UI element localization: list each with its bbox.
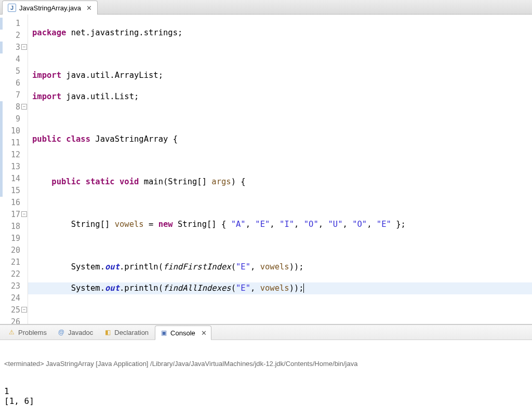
console-output[interactable]: 1 [1, 6] xyxy=(4,386,528,406)
close-icon[interactable]: ✕ xyxy=(198,329,207,337)
fold-toggle-icon[interactable]: − xyxy=(21,44,27,50)
tab-javadoc[interactable]: @ Javadoc xyxy=(53,327,97,338)
line-number-gutter[interactable]: 1 2 3− 4 5 6 7 8− 9 10 11 12 13 14 15 16… xyxy=(0,15,28,324)
fold-toggle-icon[interactable]: − xyxy=(21,307,27,313)
line-number: 14 xyxy=(0,173,28,185)
declaration-icon: ◧ xyxy=(103,328,112,336)
line-number: 5 xyxy=(0,65,28,77)
line-number: 24 xyxy=(0,292,28,304)
tab-problems[interactable]: ⚠ Problems xyxy=(3,327,51,338)
line-number: 23 xyxy=(0,280,28,292)
line-number: 25− xyxy=(0,304,28,316)
line-number: 18 xyxy=(0,221,28,233)
console-icon: ▣ xyxy=(159,329,168,337)
line-number: 3− xyxy=(0,42,28,53)
line-number: 11 xyxy=(0,137,28,149)
line-number: 21 xyxy=(0,256,28,268)
java-file-icon: J xyxy=(8,4,16,12)
bottom-views-bar: ⚠ Problems @ Javadoc ◧ Declaration ▣ Con… xyxy=(0,324,532,340)
tab-declaration[interactable]: ◧ Declaration xyxy=(99,327,153,338)
line-number: 8− xyxy=(0,101,28,113)
line-number: 16 xyxy=(0,197,28,209)
line-number: 12 xyxy=(0,149,28,161)
line-number: 13 xyxy=(0,161,28,173)
line-number: 1 xyxy=(0,18,28,30)
line-number: 2 xyxy=(0,30,28,42)
console-panel: <terminated> JavaStringArray [Java Appli… xyxy=(0,340,532,420)
code-area[interactable]: package net.javastring.strings; import j… xyxy=(28,15,532,324)
line-number: 7 xyxy=(0,89,28,101)
text-caret xyxy=(303,283,304,293)
line-number: 26 xyxy=(0,316,28,324)
editor-tab[interactable]: J JavaStringArray.java ✕ xyxy=(2,1,98,15)
line-number: 6 xyxy=(0,77,28,89)
line-number: 20 xyxy=(0,245,28,256)
code-editor: 1 2 3− 4 5 6 7 8− 9 10 11 12 13 14 15 16… xyxy=(0,15,532,324)
line-number: 22 xyxy=(0,268,28,280)
problems-icon: ⚠ xyxy=(7,328,16,336)
javadoc-icon: @ xyxy=(57,328,65,336)
line-number: 19 xyxy=(0,233,28,245)
line-number: 4 xyxy=(0,53,28,65)
line-number: 9 xyxy=(0,113,28,125)
tab-console[interactable]: ▣ Console ✕ xyxy=(155,326,211,340)
line-number: 17− xyxy=(0,209,28,221)
editor-tab-bar: J JavaStringArray.java ✕ xyxy=(0,0,532,15)
line-number: 10 xyxy=(0,125,28,137)
fold-toggle-icon[interactable]: − xyxy=(21,104,27,110)
close-icon[interactable]: ✕ xyxy=(84,4,92,12)
current-line: System.out.println(findAllIndexes("E", v… xyxy=(28,282,532,294)
fold-toggle-icon[interactable]: − xyxy=(21,211,27,217)
tab-filename: JavaStringArray.java xyxy=(19,4,81,12)
console-status: <terminated> JavaStringArray [Java Appli… xyxy=(4,360,528,368)
line-number: 15 xyxy=(0,185,28,197)
